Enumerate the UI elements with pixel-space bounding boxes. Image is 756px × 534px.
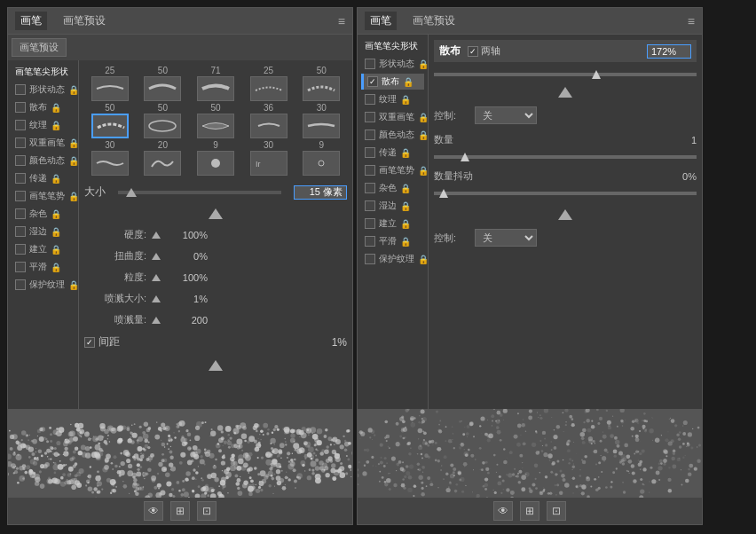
protect-texture-checkbox[interactable]: [15, 279, 26, 290]
spacing-checkbox[interactable]: [84, 337, 95, 348]
count-jitter-control-dropdown[interactable]: 关: [475, 229, 537, 247]
shape-dynamics-checkbox[interactable]: [15, 84, 26, 95]
sidebar-scatter[interactable]: 散布 🔒: [12, 99, 75, 115]
sidebar-brush-shape[interactable]: 画笔笔尖形状: [12, 64, 75, 80]
right-protect-texture-checkbox[interactable]: [365, 254, 375, 264]
right-toolbar-doc[interactable]: ⊡: [547, 501, 566, 521]
right-sidebar-protect-texture[interactable]: 保护纹理 🔒: [361, 251, 424, 267]
thumb-14[interactable]: 30 Ir: [243, 140, 295, 176]
scatter-slider[interactable]: [434, 73, 697, 76]
sidebar-transfer[interactable]: 传递 🔒: [12, 170, 75, 186]
thumb-5[interactable]: 50: [295, 66, 347, 101]
thumb-6[interactable]: 50: [84, 103, 136, 138]
thumb-4[interactable]: 25: [243, 66, 295, 101]
wet-edge-checkbox[interactable]: [15, 226, 26, 237]
sidebar-dual-brush[interactable]: 双重画笔 🔒: [12, 135, 75, 151]
protect-texture-lock: 🔒: [68, 280, 79, 290]
right-smooth-checkbox[interactable]: [365, 236, 375, 247]
size-input[interactable]: [294, 185, 347, 200]
right-dual-brush-checkbox[interactable]: [365, 112, 375, 122]
left-tab-presets[interactable]: 画笔预设: [58, 12, 111, 30]
thumb-9[interactable]: 36: [243, 103, 295, 138]
right-color-dynamics-checkbox[interactable]: [365, 130, 375, 140]
smooth-checkbox[interactable]: [15, 262, 26, 272]
left-panel-menu-icon[interactable]: ≡: [338, 14, 345, 28]
right-sidebar-texture[interactable]: 纹理 🔒: [361, 91, 424, 107]
thumb-7[interactable]: 50: [138, 103, 189, 138]
sidebar-smooth[interactable]: 平滑 🔒: [12, 259, 75, 275]
right-sidebar-brush-pose[interactable]: 画笔笔势 🔒: [361, 162, 424, 178]
texture-checkbox[interactable]: [15, 120, 26, 130]
sidebar-build[interactable]: 建立 🔒: [12, 241, 75, 257]
left-toolbar-eye[interactable]: 👁: [144, 501, 163, 521]
right-sidebar-scatter[interactable]: 散布 🔒: [361, 74, 424, 90]
grain-label: 粒度:: [84, 271, 146, 284]
right-scatter-lock: 🔒: [403, 77, 413, 87]
color-dynamics-checkbox[interactable]: [15, 155, 26, 166]
sidebar-shape-dynamics[interactable]: 形状动态 🔒: [12, 82, 75, 98]
sidebar-noise[interactable]: 杂色 🔒: [12, 206, 75, 222]
scatter-checkbox[interactable]: [15, 102, 26, 113]
right-toolbar-grid[interactable]: ⊞: [520, 501, 539, 521]
thumb-12[interactable]: 20: [138, 140, 189, 176]
thumb-3[interactable]: 71: [190, 66, 241, 101]
left-tab-brush[interactable]: 画笔: [15, 12, 47, 30]
count-jitter-row: 数量抖动 0%: [434, 169, 697, 183]
count-slider[interactable]: [434, 155, 697, 159]
right-scatter-checkbox[interactable]: [367, 76, 378, 87]
right-sidebar-wet-edge[interactable]: 湿边 🔒: [361, 198, 424, 214]
right-wet-edge-checkbox[interactable]: [365, 200, 375, 211]
transfer-checkbox[interactable]: [15, 173, 26, 184]
right-noise-checkbox[interactable]: [365, 183, 375, 193]
size-slider[interactable]: [118, 191, 281, 194]
scatter-control-label: 控制:: [434, 109, 469, 122]
thumb-11[interactable]: 30: [84, 140, 136, 176]
transfer-lock: 🔒: [51, 174, 61, 184]
count-jitter-slider[interactable]: [434, 192, 697, 195]
sidebar-brush-pose[interactable]: 画笔笔势 🔒: [12, 188, 75, 204]
right-noise-lock: 🔒: [400, 184, 411, 193]
right-sidebar-color-dynamics[interactable]: 颜色动态 🔒: [361, 127, 424, 143]
right-build-checkbox[interactable]: [365, 218, 375, 229]
sidebar-protect-texture[interactable]: 保护纹理 🔒: [12, 277, 75, 293]
build-checkbox[interactable]: [15, 244, 26, 255]
right-brush-pose-checkbox[interactable]: [365, 165, 375, 176]
thumb-1[interactable]: 25: [84, 66, 136, 101]
size-row: 大小: [84, 185, 347, 200]
right-tab-brush[interactable]: 画笔: [365, 12, 397, 30]
noise-checkbox[interactable]: [15, 208, 26, 219]
right-sidebar-smooth[interactable]: 平滑 🔒: [361, 233, 424, 249]
thumb-8[interactable]: 50: [190, 103, 241, 138]
sidebar-color-dynamics[interactable]: 颜色动态 🔒: [12, 153, 75, 169]
shape-dynamics-lock: 🔒: [68, 85, 79, 95]
right-sidebar-noise[interactable]: 杂色 🔒: [361, 180, 424, 196]
scatter-value-input[interactable]: [647, 44, 691, 59]
right-sidebar-dual-brush[interactable]: 双重画笔 🔒: [361, 109, 424, 125]
right-texture-checkbox[interactable]: [365, 94, 375, 105]
right-tab-presets[interactable]: 画笔预设: [407, 12, 461, 30]
two-axis-toggle[interactable]: 两轴: [468, 44, 500, 58]
scatter-control-dropdown[interactable]: 关: [475, 106, 537, 124]
right-toolbar-eye[interactable]: 👁: [493, 501, 513, 521]
thumb-10[interactable]: 30: [295, 103, 347, 138]
left-toolbar-doc[interactable]: ⊡: [197, 501, 217, 521]
right-sidebar-transfer[interactable]: 传递 🔒: [361, 145, 424, 161]
presets-button[interactable]: 画笔预设: [12, 38, 67, 57]
thumb-13[interactable]: 9: [190, 140, 241, 176]
thumb-2[interactable]: 50: [138, 66, 189, 101]
left-toolbar-grid[interactable]: ⊞: [170, 501, 190, 521]
right-sidebar-shape-dynamics[interactable]: 形状动态 🔒: [361, 56, 424, 72]
thumb-15[interactable]: 9: [295, 140, 347, 176]
noise-lock: 🔒: [51, 209, 61, 219]
right-transfer-checkbox[interactable]: [365, 147, 375, 158]
right-sidebar-brush-shape[interactable]: 画笔笔尖形状: [361, 38, 424, 54]
right-shape-dynamics-checkbox[interactable]: [365, 59, 375, 69]
right-transfer-lock: 🔒: [400, 148, 411, 158]
right-panel-menu-icon[interactable]: ≡: [688, 14, 695, 28]
brush-pose-checkbox[interactable]: [15, 191, 26, 201]
sidebar-texture[interactable]: 纹理 🔒: [12, 117, 75, 133]
two-axis-checkbox[interactable]: [468, 46, 478, 57]
sidebar-wet-edge[interactable]: 湿边 🔒: [12, 224, 75, 240]
right-sidebar-build[interactable]: 建立 🔒: [361, 216, 424, 232]
dual-brush-checkbox[interactable]: [15, 137, 26, 148]
